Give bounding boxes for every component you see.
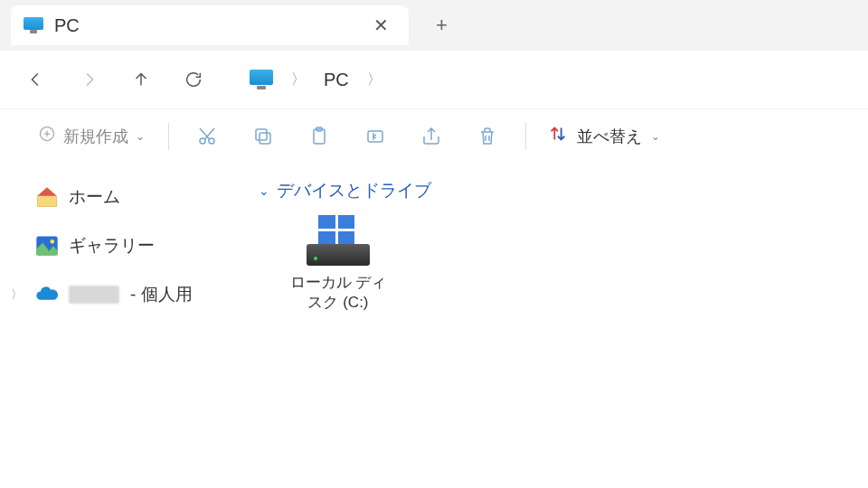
content-area: ホーム ギャラリー 〉 - 個人用 ⌄ デバ — [0, 163, 868, 488]
tab-pc[interactable]: PC ✕ — [11, 5, 409, 45]
svg-rect-4 — [256, 129, 267, 140]
paste-button[interactable] — [294, 118, 344, 155]
sort-label: 並べ替え — [577, 126, 642, 147]
divider — [525, 123, 526, 150]
breadcrumb-location: PC — [324, 70, 349, 90]
expand-caret-icon[interactable]: 〉 — [11, 286, 25, 303]
windows-badge-icon — [318, 215, 354, 244]
gallery-icon — [34, 233, 60, 258]
chevron-down-icon: ⌄ — [651, 130, 660, 143]
share-button[interactable] — [406, 118, 457, 155]
svg-point-1 — [200, 138, 205, 144]
drive-icon — [307, 215, 370, 266]
section-header-devices[interactable]: ⌄ デバイスとドライブ — [259, 179, 854, 202]
sidebar-item-label: ギャラリー — [69, 234, 155, 258]
obscured-username — [69, 286, 119, 304]
sidebar-item-label: ホーム — [69, 185, 120, 209]
drive-label: ローカル ディスク (C:) — [284, 273, 392, 313]
chevron-down-icon: ⌄ — [259, 183, 269, 198]
divider — [168, 123, 169, 150]
chevron-down-icon: ⌄ — [136, 130, 145, 143]
tab-bar: PC ✕ + — [0, 0, 868, 51]
sort-button[interactable]: 並べ替え ⌄ — [539, 118, 669, 154]
drive-item-c[interactable]: ローカル ディスク (C:) — [284, 215, 392, 313]
rename-button[interactable] — [350, 118, 401, 155]
chevron-right-icon: 〉 — [291, 70, 306, 89]
monitor-icon — [24, 17, 43, 33]
close-tab-button[interactable]: ✕ — [366, 11, 396, 40]
forward-button[interactable] — [71, 61, 107, 98]
nav-bar: 〉 PC 〉 — [0, 51, 868, 108]
back-button[interactable] — [18, 61, 54, 98]
refresh-button[interactable] — [175, 61, 212, 98]
plus-circle-icon — [38, 125, 56, 147]
new-button[interactable]: 新規作成 ⌄ — [27, 119, 156, 153]
sort-icon — [548, 124, 568, 148]
sidebar-item-label-suffix: - 個人用 — [130, 283, 193, 306]
sidebar: ホーム ギャラリー 〉 - 個人用 — [0, 163, 244, 488]
file-explorer-window: PC ✕ + 〉 PC 〉 — [0, 0, 868, 488]
items-grid: ローカル ディスク (C:) — [259, 215, 854, 313]
sidebar-item-home[interactable]: ホーム — [9, 181, 235, 213]
copy-button[interactable] — [238, 118, 288, 155]
breadcrumb[interactable]: 〉 PC 〉 — [250, 70, 382, 90]
svg-point-2 — [209, 138, 214, 144]
cut-button[interactable] — [182, 118, 232, 155]
sidebar-item-gallery[interactable]: ギャラリー — [9, 230, 235, 262]
tab-title: PC — [54, 15, 355, 36]
onedrive-icon — [34, 282, 60, 307]
monitor-icon — [250, 70, 273, 89]
toolbar: 新規作成 ⌄ 並べ替え ⌄ — [0, 108, 868, 163]
section-title: デバイスとドライブ — [277, 179, 431, 202]
chevron-right-icon[interactable]: 〉 — [367, 70, 382, 89]
delete-button[interactable] — [462, 118, 513, 155]
svg-point-9 — [51, 239, 55, 244]
new-label: 新規作成 — [63, 126, 128, 147]
up-button[interactable] — [123, 61, 159, 98]
new-tab-button[interactable]: + — [409, 14, 475, 37]
sidebar-item-onedrive[interactable]: 〉 - 個人用 — [9, 278, 235, 311]
svg-rect-7 — [368, 131, 382, 142]
svg-rect-3 — [259, 133, 270, 144]
home-icon — [34, 184, 60, 210]
main-pane: ⌄ デバイスとドライブ ローカル ディスク (C:) — [244, 163, 868, 488]
